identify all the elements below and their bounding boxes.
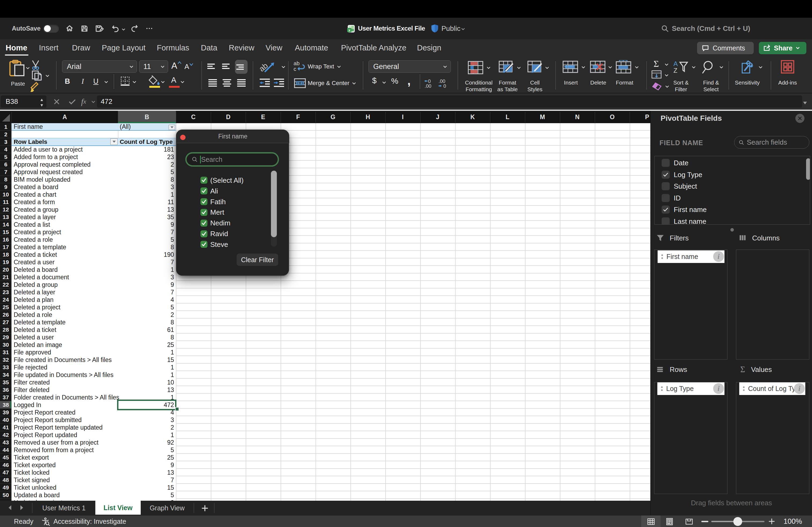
svg-text:.00: .00 <box>424 84 431 89</box>
svg-text:.00: .00 <box>438 79 445 84</box>
svg-text:0: 0 <box>443 84 446 89</box>
svg-text:0: 0 <box>428 79 431 84</box>
svg-text:ab: ab <box>293 60 300 66</box>
svg-text:A: A <box>673 60 678 67</box>
svg-text:c: c <box>293 66 296 72</box>
svg-text:x: x <box>349 28 350 32</box>
svg-text:Z: Z <box>673 67 678 74</box>
